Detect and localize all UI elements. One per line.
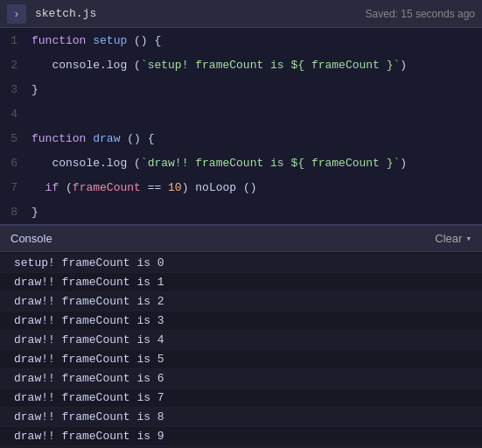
console-output: setup! frameCount is 0draw!! frameCount …	[0, 252, 482, 448]
line-content: function setup () {	[28, 28, 482, 52]
editor-header: › sketch.js Saved: 15 seconds ago	[0, 0, 482, 28]
console-line: draw!! frameCount is 6	[0, 369, 482, 388]
line-number: 7	[0, 175, 28, 200]
line-content: console.log (`draw!! frameCount is ${ fr…	[28, 150, 482, 175]
console-line: draw!! frameCount is 3	[0, 312, 482, 331]
line-content: function draw () {	[28, 126, 482, 150]
line-content: }	[28, 200, 482, 224]
line-number: 1	[0, 28, 28, 52]
console-line: draw!! frameCount is 9	[0, 427, 482, 446]
console-line: draw!! frameCount is 1	[0, 273, 482, 292]
console-panel: Console Clear ▾ setup! frameCount is 0dr…	[0, 224, 482, 448]
saved-status: Saved: 15 seconds ago	[366, 8, 475, 20]
line-content	[28, 102, 482, 126]
code-line: 6 console.log (`draw!! frameCount is ${ …	[0, 150, 482, 175]
code-line: 2 console.log (`setup! frameCount is ${ …	[0, 52, 482, 77]
code-line: 4	[0, 102, 482, 126]
line-number: 4	[0, 102, 28, 126]
line-content: }	[28, 77, 482, 102]
line-number: 2	[0, 52, 28, 77]
line-number: 5	[0, 126, 28, 150]
code-line: 8}	[0, 200, 482, 224]
code-lines: 1function setup () {2 console.log (`setu…	[0, 28, 482, 224]
filename-label: sketch.js	[35, 7, 96, 20]
line-number: 3	[0, 77, 28, 102]
console-line: draw!! frameCount is 8	[0, 408, 482, 427]
code-line: 3}	[0, 77, 482, 102]
console-line: setup! frameCount is 0	[0, 254, 482, 273]
line-number: 6	[0, 150, 28, 175]
console-line: draw!! frameCount is 5	[0, 350, 482, 369]
console-label: Console	[10, 232, 52, 245]
console-line: draw!! frameCount is 4	[0, 331, 482, 350]
code-line: 5function draw () {	[0, 126, 482, 150]
code-line: 7 if (frameCount == 10) noLoop ()	[0, 175, 482, 200]
clear-button-container[interactable]: Clear ▾	[435, 232, 472, 245]
line-number: 8	[0, 200, 28, 224]
clear-button[interactable]: Clear	[435, 232, 462, 245]
collapse-button[interactable]: ›	[7, 4, 26, 24]
console-line: draw!! frameCount is 2	[0, 292, 482, 312]
console-line: draw!! frameCount is 7	[0, 388, 482, 408]
code-editor: 1function setup () {2 console.log (`setu…	[0, 28, 482, 224]
code-line: 1function setup () {	[0, 28, 482, 52]
line-content: if (frameCount == 10) noLoop ()	[28, 175, 482, 200]
console-header: Console Clear ▾	[0, 226, 482, 252]
line-content: console.log (`setup! frameCount is ${ fr…	[28, 52, 482, 77]
chevron-down-icon: ▾	[465, 233, 472, 244]
